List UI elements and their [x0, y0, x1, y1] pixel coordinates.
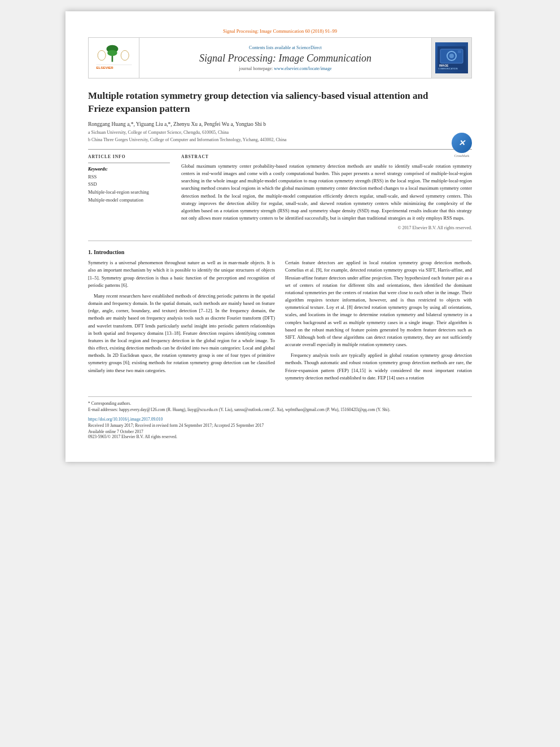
header-bar: ELSEVIER Contents lists available at Sci…	[88, 37, 472, 78]
svg-text:ELSEVIER: ELSEVIER	[96, 65, 113, 69]
keyword-multi-local: Multiple-local-region searching	[88, 189, 170, 196]
elsevier-logo-icon: ELSEVIER	[94, 42, 134, 73]
license-line: 0923-5965/© 2017 Elsevier B.V. All right…	[88, 434, 472, 439]
corresponding-note: * Corresponding authors.	[88, 400, 472, 407]
affiliation-b: b China Three Gorges University, College…	[88, 137, 472, 143]
abstract-text: Global maximum symmetry center probabili…	[181, 163, 472, 222]
keyword-ssd: SSD	[88, 181, 170, 189]
intro-col-left: Symmetry is a universal phenomenon throu…	[88, 259, 275, 385]
keywords-label: Keywords:	[88, 167, 170, 172]
crossmark-area: ✕ CrossMark	[452, 133, 472, 153]
journal-logo-area: IMAGE COMMUNICATION	[432, 38, 471, 78]
svg-text:COMMUNICATION: COMMUNICATION	[438, 67, 458, 70]
copyright-text: © 2017 Elsevier B.V. All rights reserved…	[181, 225, 472, 230]
intro-two-col: Symmetry is a universal phenomenon throu…	[88, 259, 472, 385]
available-online: Available online 7 October 2017	[88, 429, 472, 434]
main-content: 1. Introduction Symmetry is a universal …	[88, 241, 472, 385]
article-info-label: Article Info	[88, 154, 170, 159]
intro-para-1: Symmetry is a universal phenomenon throu…	[88, 259, 275, 289]
article-info-abstract: Article Info Keywords: RSS SSD Multiple-…	[88, 154, 472, 230]
intro-col-left-text: Symmetry is a universal phenomenon throu…	[88, 259, 275, 374]
svg-point-6	[121, 50, 129, 60]
intro-para-3: Certain feature detectors are applied in…	[285, 259, 472, 348]
affiliation-a: a Sichuan University, College of Compute…	[88, 129, 472, 136]
intro-para-4: Frequency analysis tools are typically a…	[285, 352, 472, 382]
section-divider	[88, 149, 472, 150]
page: Signal Processing: Image Communication 6…	[65, 11, 495, 462]
intro-para-2: Many recent researchers have established…	[88, 292, 275, 374]
svg-point-10	[449, 54, 454, 58]
abstract-label: Abstract	[181, 154, 472, 159]
homepage-link[interactable]: www.elsevier.com/locate/image	[274, 66, 331, 71]
doi-line[interactable]: https://doi.org/10.1016/j.image.2017.09.…	[88, 417, 472, 422]
contents-available-text: Contents lists available at ScienceDirec…	[249, 45, 322, 50]
journal-title: Signal Processing: Image Communication	[199, 53, 371, 64]
journal-logo-icon: IMAGE COMMUNICATION	[438, 46, 466, 70]
intro-heading: 1. Introduction	[88, 249, 472, 255]
authors: Ronggang Huang a,*, Yiguang Liu a,*, Zhe…	[88, 121, 472, 127]
crossmark-icon: ✕	[452, 133, 472, 153]
svg-point-2	[107, 50, 117, 56]
affiliations: a Sichuan University, College of Compute…	[88, 129, 472, 143]
svg-rect-11	[458, 50, 461, 53]
article-section: Multiple rotation symmetry group detecti…	[88, 90, 472, 143]
article-title: Multiple rotation symmetry group detecti…	[88, 90, 472, 116]
intro-col-right-text: Certain feature detectors are applied in…	[285, 259, 472, 382]
intro-col-right: Certain feature detectors are applied in…	[285, 259, 472, 385]
main-divider	[88, 241, 472, 241]
journal-homepage: journal homepage: www.elsevier.com/locat…	[239, 66, 332, 71]
svg-point-5	[98, 50, 106, 60]
crossmark-label: CrossMark	[452, 154, 472, 158]
info-divider	[88, 163, 170, 163]
journal-reference: Signal Processing: Image Communication 6…	[88, 28, 472, 34]
abstract-column: Abstract Global maximum symmetry center …	[181, 154, 472, 230]
article-info-column: Article Info Keywords: RSS SSD Multiple-…	[88, 154, 170, 230]
email-note: E-mail addresses: happy.every.day@126.co…	[88, 407, 472, 413]
keyword-rss: RSS	[88, 173, 170, 181]
elsevier-logo-area: ELSEVIER	[89, 38, 139, 78]
header-center: Contents lists available at ScienceDirec…	[139, 38, 432, 78]
footnote: * Corresponding authors. E-mail addresse…	[88, 400, 472, 413]
footer-divider	[88, 396, 472, 397]
journal-logo-box: IMAGE COMMUNICATION	[435, 42, 468, 73]
keyword-multi-model: Multiple-model computation	[88, 196, 170, 204]
received-line: Received 10 January 2017; Received in re…	[88, 423, 472, 428]
